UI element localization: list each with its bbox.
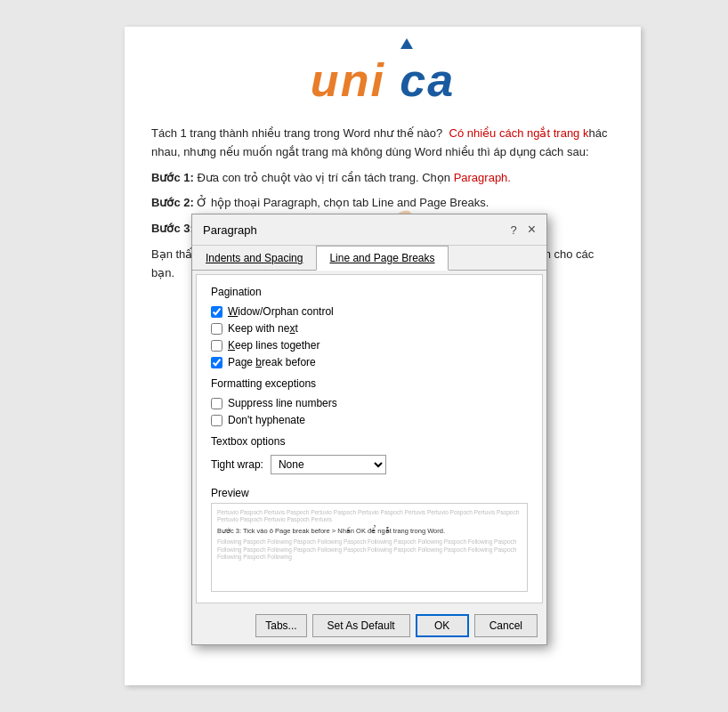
page-break-label: Page break before <box>228 356 316 368</box>
dont-hyphenate-checkbox[interactable] <box>211 415 222 426</box>
keep-with-next-label: Keep with next <box>228 322 298 335</box>
dont-hyphenate-row: Don't hyphenate <box>211 414 528 426</box>
keep-with-next-checkbox[interactable] <box>211 323 222 335</box>
dialog-title: Paragraph <box>203 223 257 237</box>
preview-top-text: Pertuvio Paspoch Pertuvis Paspoch Pertuv… <box>217 509 522 524</box>
keep-lines-row: Keep lines together <box>211 339 528 352</box>
page-break-checkbox[interactable] <box>211 357 222 368</box>
dialog-title-icons: ? × <box>510 222 536 238</box>
widow-orphan-row: Widow/Orphan control <box>211 305 528 318</box>
tight-wrap-row: Tight wrap: None <box>211 455 528 474</box>
tight-wrap-select[interactable]: None <box>271 455 386 474</box>
dont-hyphenate-label: Don't hyphenate <box>228 414 305 426</box>
tab-line-page-breaks[interactable]: Line and Page Breaks <box>316 246 448 271</box>
tight-wrap-label: Tight wrap: <box>211 458 263 471</box>
suppress-lines-checkbox[interactable] <box>211 398 222 409</box>
set-default-button[interactable]: Set As Default <box>312 614 410 637</box>
doc-paragraph-3: Bước 2: Ở hộp thoại Paragraph, chọn tab … <box>151 194 614 213</box>
textbox-options-section: Textbox options Tight wrap: None <box>211 435 528 474</box>
svg-marker-0 <box>400 38 413 49</box>
keep-lines-checkbox[interactable] <box>211 340 222 352</box>
preview-bottom-text: Following Paspoch Following Paspoch Foll… <box>217 538 522 561</box>
close-icon[interactable]: × <box>528 222 536 238</box>
ok-button[interactable]: OK <box>416 614 469 637</box>
preview-section: Preview Pertuvio Paspoch Pertuvis Paspoc… <box>211 487 528 592</box>
help-icon[interactable]: ? <box>510 223 516 237</box>
suppress-lines-row: Suppress line numbers <box>211 397 528 409</box>
doc-paragraph-2: Bước 1: Đưa con trỏ chuột vào vị trí cần… <box>151 169 614 188</box>
dialog-tabs: Indents and Spacing Line and Page Breaks <box>192 246 546 271</box>
tabs-button[interactable]: Tabs... <box>255 614 306 637</box>
keep-with-next-row: Keep with next <box>211 322 528 335</box>
pagination-section-title: Pagination <box>211 286 528 298</box>
doc-paragraph-1: Tách 1 trang thành nhiều trang trong Wor… <box>151 125 614 162</box>
suppress-lines-label: Suppress line numbers <box>228 397 337 409</box>
widow-orphan-checkbox[interactable] <box>211 306 222 318</box>
dialog-content: Pagination Widow/Orphan control Keep wit… <box>196 274 543 603</box>
unica-logo: uni ca <box>151 53 614 107</box>
cancel-button[interactable]: Cancel <box>474 614 538 637</box>
preview-highlight-text: Bước 3: Tick vào ô Page break before > N… <box>217 527 522 537</box>
dialog-titlebar: Paragraph ? × <box>192 214 546 246</box>
dialog-buttons: Tabs... Set As Default OK Cancel <box>192 607 546 644</box>
preview-label: Preview <box>211 487 528 499</box>
textbox-options-title: Textbox options <box>211 435 528 448</box>
preview-box: Pertuvio Paspoch Pertuvis Paspoch Pertuv… <box>211 503 528 592</box>
formatting-exceptions-title: Formatting exceptions <box>211 377 528 390</box>
paragraph-dialog: Paragraph ? × Indents and Spacing Line a… <box>191 214 547 645</box>
widow-orphan-label: Widow/Orphan control <box>228 305 334 318</box>
page-break-row: Page break before <box>211 356 528 368</box>
tab-indents-spacing[interactable]: Indents and Spacing <box>192 246 316 271</box>
keep-lines-label: Keep lines together <box>228 339 320 352</box>
